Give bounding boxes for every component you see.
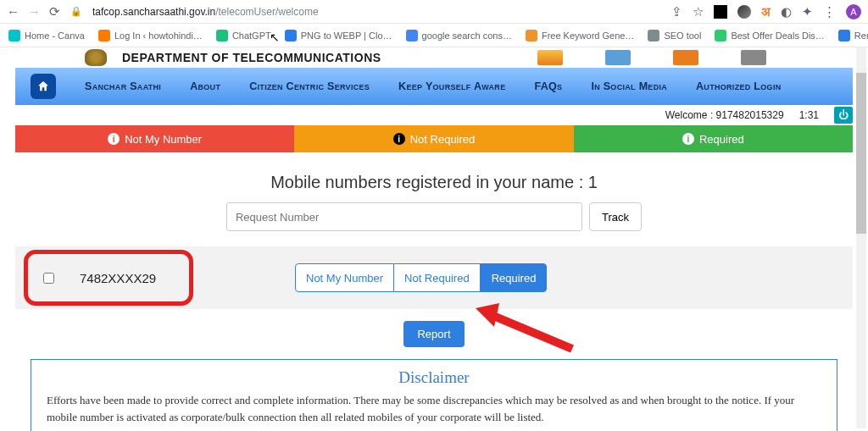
bookmark-item[interactable]: SEO tool bbox=[648, 30, 701, 41]
bookmark-item[interactable]: google search cons… bbox=[406, 30, 512, 41]
tab-label: Not My Number bbox=[125, 133, 202, 146]
action-button-group: Not My Number Not Required Required bbox=[295, 263, 547, 292]
bookmarks-bar: Home - CanvaLog In ‹ howtohindi…ChatGPTP… bbox=[0, 24, 868, 47]
address-bar[interactable]: tafcop.sancharsaathi.gov.in/telecomUser/… bbox=[92, 6, 661, 18]
scrollbar-thumb[interactable] bbox=[856, 73, 866, 234]
menu-icon[interactable]: ⋮ bbox=[823, 4, 836, 19]
scrollbar[interactable] bbox=[856, 47, 866, 428]
department-header: DEPARTMENT OF TELECOMMUNICATIONS bbox=[0, 47, 868, 68]
disclaimer-title: Disclaimer bbox=[47, 368, 821, 387]
bookmark-label: Log In ‹ howtohindi… bbox=[114, 30, 203, 41]
number-highlight: 7482XXXX29 bbox=[24, 250, 193, 306]
bookmark-item[interactable]: Free Keyword Gene… bbox=[526, 30, 634, 41]
logout-button[interactable]: ⏻ bbox=[834, 107, 853, 124]
bookmark-item[interactable]: Remove Bg: Upload… bbox=[838, 30, 868, 41]
bookmark-favicon bbox=[216, 30, 228, 41]
info-icon: i bbox=[682, 133, 694, 145]
nav-social-media[interactable]: In Social Media bbox=[591, 80, 667, 92]
tab-label: Not Required bbox=[410, 133, 476, 146]
browser-toolbar: ← → ⟳ 🔒 tafcop.sancharsaathi.gov.in/tele… bbox=[0, 0, 868, 24]
bookmark-label: SEO tool bbox=[664, 30, 701, 41]
bookmark-favicon bbox=[838, 30, 850, 41]
dept-title: DEPARTMENT OF TELECOMMUNICATIONS bbox=[122, 51, 381, 64]
reload-icon[interactable]: ⟳ bbox=[49, 5, 60, 18]
partner-logo bbox=[673, 50, 698, 65]
track-button[interactable]: Track bbox=[589, 202, 642, 231]
home-icon bbox=[36, 80, 50, 93]
btn-not-required[interactable]: Not Required bbox=[394, 263, 481, 292]
nav-sanchar-saathi[interactable]: Sanchar Saathi bbox=[85, 80, 161, 92]
bookmark-label: Free Keyword Gene… bbox=[542, 30, 634, 41]
tab-required[interactable]: iRequired bbox=[574, 125, 853, 152]
tab-not-my-number[interactable]: iNot My Number bbox=[15, 125, 294, 152]
share-icon[interactable]: ⇪ bbox=[671, 4, 682, 19]
profile-avatar[interactable]: A bbox=[846, 4, 861, 19]
bookmark-favicon bbox=[715, 30, 726, 41]
mobile-number: 7482XXXX29 bbox=[80, 271, 156, 285]
star-icon[interactable]: ☆ bbox=[693, 4, 704, 19]
partner-logo bbox=[741, 50, 766, 65]
bookmark-favicon bbox=[648, 30, 659, 41]
bookmark-favicon bbox=[526, 30, 537, 41]
session-time: 1:31 bbox=[799, 109, 819, 121]
number-row: 7482XXXX29 Not My Number Not Required Re… bbox=[15, 246, 853, 309]
bookmark-item[interactable]: PNG to WEBP | Clo… bbox=[285, 30, 392, 41]
extensions-icon[interactable]: ✦ bbox=[802, 4, 813, 19]
status-tabs: iNot My Number iNot Required iRequired bbox=[15, 125, 853, 152]
bookmark-favicon bbox=[98, 30, 110, 41]
main-nav: Sanchar Saathi About Citizen Centric Ser… bbox=[15, 68, 853, 105]
back-icon[interactable]: ← bbox=[7, 5, 19, 18]
forward-icon[interactable]: → bbox=[28, 5, 41, 18]
main-content: Mobile numbers registered in your name :… bbox=[15, 152, 853, 431]
report-button[interactable]: Report bbox=[403, 321, 464, 347]
btn-required[interactable]: Required bbox=[481, 263, 548, 292]
nav-keep-aware[interactable]: Keep Yourself Aware bbox=[398, 80, 505, 92]
nav-citizen-services[interactable]: Citizen Centric Services bbox=[249, 80, 370, 92]
welcome-bar: Welcome : 917482015329 1:31 ⏻ bbox=[0, 105, 868, 125]
disclaimer-text: Efforts have been made to provide correc… bbox=[47, 392, 821, 425]
info-icon: i bbox=[108, 133, 120, 145]
bookmark-label: ChatGPT bbox=[232, 30, 271, 41]
nav-about[interactable]: About bbox=[190, 80, 220, 92]
tab-not-required[interactable]: iNot Required bbox=[294, 125, 573, 152]
number-checkbox[interactable] bbox=[43, 273, 54, 284]
page-heading: Mobile numbers registered in your name :… bbox=[15, 173, 853, 192]
emblem-icon bbox=[85, 49, 107, 66]
bookmark-label: Best Offer Deals Dis… bbox=[731, 30, 824, 41]
info-icon: i bbox=[393, 133, 405, 145]
ext-icon-1[interactable] bbox=[714, 5, 727, 19]
url-host: tafcop.sancharsaathi.gov.in bbox=[92, 6, 215, 18]
bookmark-favicon bbox=[8, 30, 20, 41]
ext-icon-3[interactable]: अ bbox=[761, 4, 771, 19]
home-button[interactable] bbox=[31, 74, 56, 99]
bookmark-item[interactable]: Best Offer Deals Dis… bbox=[715, 30, 824, 41]
nav-faqs[interactable]: FAQs bbox=[534, 80, 562, 92]
welcome-text: Welcome : 917482015329 bbox=[665, 109, 784, 121]
tab-label: Required bbox=[699, 133, 744, 146]
ext-icon-2[interactable] bbox=[737, 5, 751, 19]
ext-icon-4[interactable]: ◐ bbox=[781, 4, 792, 19]
partner-logo bbox=[537, 50, 563, 65]
bookmark-item[interactable]: Home - Canva bbox=[8, 30, 85, 41]
nav-authorized-login[interactable]: Authorized Login bbox=[696, 80, 781, 92]
lock-icon: 🔒 bbox=[70, 6, 82, 17]
btn-not-my-number[interactable]: Not My Number bbox=[295, 263, 394, 292]
disclaimer-box: Disclaimer Efforts have been made to pro… bbox=[31, 359, 837, 431]
bookmark-item[interactable]: Log In ‹ howtohindi… bbox=[98, 30, 203, 41]
bookmark-label: Remove Bg: Upload… bbox=[854, 30, 868, 41]
request-number-input[interactable] bbox=[226, 202, 582, 231]
bookmark-label: google search cons… bbox=[422, 30, 512, 41]
bookmark-label: PNG to WEBP | Clo… bbox=[301, 30, 392, 41]
bookmark-item[interactable]: ChatGPT bbox=[216, 30, 271, 41]
url-path: /telecomUser/welcome bbox=[215, 6, 318, 18]
bookmark-favicon bbox=[285, 30, 297, 41]
bookmark-favicon bbox=[406, 30, 418, 41]
bookmark-label: Home - Canva bbox=[25, 30, 85, 41]
partner-logo bbox=[605, 50, 631, 65]
